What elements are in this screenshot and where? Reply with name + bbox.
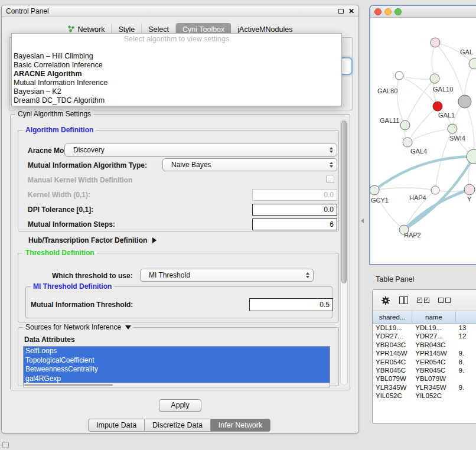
network-node[interactable] <box>370 185 379 195</box>
network-node[interactable] <box>403 138 412 147</box>
network-edge[interactable] <box>374 188 435 190</box>
table-row[interactable]: YDR27...YDR27...12 <box>373 332 476 340</box>
column-selector-button[interactable] <box>399 296 408 304</box>
node-label: GAL80 <box>377 87 397 94</box>
float-window-icon[interactable] <box>338 9 344 14</box>
network-node[interactable] <box>433 102 442 111</box>
column-header[interactable]: shared... <box>373 311 412 323</box>
network-edge[interactable] <box>405 79 435 125</box>
hub-transcription-section[interactable]: Hub/Transcription Factor Definition <box>28 236 157 244</box>
network-edge[interactable] <box>465 102 474 156</box>
attributes-horizontal-scrollbar[interactable] <box>24 383 330 387</box>
table-cell: YBR043C <box>373 341 412 349</box>
table-row[interactable]: YBL079WYBL079W <box>373 374 476 383</box>
column-header[interactable] <box>456 311 476 323</box>
close-window-icon[interactable]: ✕ <box>348 8 354 15</box>
network-edge[interactable] <box>374 156 474 190</box>
algorithm-option[interactable]: Basic Correlation Inference <box>12 61 341 70</box>
network-canvas[interactable]: GALGAL80GAL10GAL11GAL1SWI4GAL4GCY1HAP4HA… <box>370 18 476 264</box>
table-row[interactable]: YDL19...YDL19...13 <box>373 324 476 332</box>
tab-impute-data[interactable]: Impute Data <box>88 419 145 432</box>
deselect-all-rows-button[interactable] <box>438 298 451 303</box>
network-node[interactable] <box>430 74 439 83</box>
algorithm-option[interactable]: Mutual Information Inference <box>12 79 341 87</box>
network-node[interactable] <box>395 71 403 80</box>
attribute-item-selected[interactable]: TopologicalCoefficient <box>24 356 330 366</box>
network-node[interactable] <box>464 184 475 195</box>
network-edge[interactable] <box>407 129 452 142</box>
network-graph[interactable]: GALGAL80GAL10GAL11GAL1SWI4GAL4GCY1HAP4HA… <box>370 18 476 264</box>
table-cell: YPR145W <box>412 349 455 357</box>
apply-button[interactable]: Apply <box>159 399 201 412</box>
table-cell <box>455 374 476 383</box>
attribute-item-selected[interactable]: BetweennessCentrality <box>24 365 330 374</box>
table-row[interactable]: YBR043CYBR043C <box>373 341 476 349</box>
network-node[interactable] <box>458 95 471 108</box>
mi-threshold-label: Mutual Information Threshold: <box>31 301 133 309</box>
table-row[interactable]: YLR345WYLR345W9. <box>373 383 476 392</box>
dropdown-placeholder: Select algorithm to view settings <box>12 34 341 43</box>
mi-type-select[interactable]: Naive Bayes <box>162 158 337 171</box>
which-threshold-value: MI Threshold <box>149 271 190 279</box>
scrollbar-thumb[interactable] <box>24 384 113 386</box>
mi-steps-label: Mutual Information Steps: <box>28 220 115 229</box>
attribute-item-selected[interactable]: SelfLoops <box>24 347 330 356</box>
minimize-traffic-light[interactable] <box>384 8 392 15</box>
dpi-tolerance-field[interactable]: 0.0 <box>252 204 337 216</box>
mi-type-value: Naive Bayes <box>171 161 211 169</box>
stepper-arrows-icon <box>330 147 333 153</box>
table-cell: YER054C <box>412 358 455 366</box>
network-window-titlebar[interactable] <box>370 6 476 18</box>
attribute-item-selected[interactable]: gal4RGexp <box>24 374 330 384</box>
tab-label: Network <box>78 25 105 34</box>
table-cell: 13 <box>455 324 476 332</box>
algorithm-option[interactable]: Dream8 DC_TDC Algorithm <box>12 96 341 105</box>
collapsed-arrow-icon[interactable] <box>152 237 157 243</box>
table-row[interactable]: YPR145WYPR145W9. <box>373 349 476 357</box>
collapsed-panel-icon[interactable] <box>2 442 9 448</box>
table-row[interactable]: YER054CYER054C8. <box>373 358 476 366</box>
network-edge[interactable] <box>432 43 435 79</box>
which-threshold-select[interactable]: MI Threshold <box>140 269 314 282</box>
network-edge[interactable] <box>407 106 438 142</box>
network-node[interactable] <box>431 186 439 194</box>
table-cell: YBR045C <box>412 366 455 374</box>
table-row[interactable]: YIL052CYIL052C <box>373 392 476 400</box>
table-panel-window: ✓ ✓ shared... name YDL19...YDL19...13YDR… <box>372 289 476 424</box>
zoom-traffic-light[interactable] <box>395 8 402 15</box>
network-node[interactable] <box>448 124 457 133</box>
table-cell: YDL19... <box>412 324 455 332</box>
scrollbar-thumb[interactable] <box>341 120 347 283</box>
node-label: GCY1 <box>371 197 389 204</box>
settings-scrollbar[interactable] <box>340 119 348 385</box>
tab-infer-network[interactable]: Infer Network <box>211 419 270 432</box>
data-attributes-list[interactable]: SelfLoops TopologicalCoefficient Between… <box>23 346 330 387</box>
sources-title[interactable]: Sources for Network Inference <box>23 323 133 331</box>
network-node[interactable] <box>400 120 410 130</box>
algorithm-option[interactable]: Bayesian – K2 <box>12 87 341 96</box>
expanded-arrow-icon[interactable] <box>125 325 131 330</box>
table-row[interactable]: YBR045CYBR045C9. <box>373 366 476 374</box>
splitter-collapse-icon[interactable] <box>361 219 364 223</box>
algorithm-option-selected[interactable]: ARACNE Algorithm <box>12 70 341 79</box>
tab-discretize-data[interactable]: Discretize Data <box>145 419 211 432</box>
threshold-definition-title: Threshold Definition <box>23 249 97 257</box>
table-cell: YDR27... <box>373 332 412 340</box>
node-label: HAP4 <box>409 194 426 201</box>
column-header[interactable]: name <box>412 311 455 323</box>
mi-threshold-field[interactable]: 0.5 <box>249 298 333 311</box>
table-header-row: shared... name <box>373 311 476 324</box>
aracne-mode-select[interactable]: Discovery <box>64 144 337 156</box>
table-settings-gear-button[interactable] <box>381 296 390 305</box>
table-toolbar: ✓ ✓ <box>373 290 476 311</box>
manual-kernel-checkbox[interactable] <box>326 175 334 183</box>
select-all-rows-button[interactable]: ✓ ✓ <box>417 298 429 303</box>
algorithm-option[interactable]: Bayesian – Hill Climbing <box>12 52 341 61</box>
close-traffic-light[interactable] <box>374 8 382 15</box>
table-body: YDL19...YDL19...13YDR27...YDR27...12YBR0… <box>373 324 476 400</box>
network-node[interactable] <box>431 38 440 47</box>
mi-steps-field[interactable]: 6 <box>252 219 337 230</box>
control-panel-titlebar[interactable]: Control Panel ✕ <box>2 5 358 17</box>
kernel-width-field[interactable]: 0.0 <box>252 189 337 201</box>
node-label: Y <box>467 195 472 203</box>
